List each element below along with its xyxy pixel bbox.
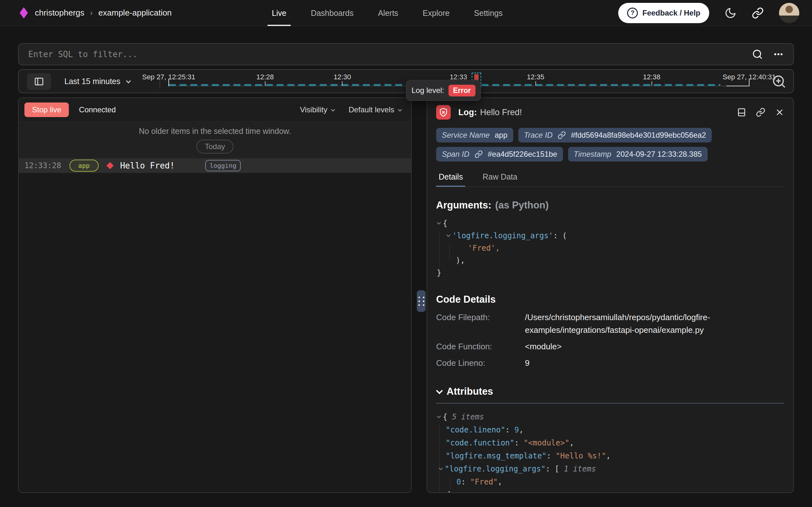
code-token: ), bbox=[456, 256, 465, 265]
code-filepath-row: Code Filepath: /Users/christophersamiull… bbox=[436, 311, 785, 336]
json-token: "logfire.logging_args" bbox=[445, 464, 546, 473]
arguments-heading-label: Arguments: bbox=[436, 200, 491, 211]
sql-filter-input[interactable] bbox=[28, 50, 752, 59]
error-level-badge: Error bbox=[448, 85, 475, 97]
error-diamond-icon bbox=[106, 162, 114, 169]
item-count bbox=[559, 464, 564, 473]
timeline-tick bbox=[536, 81, 536, 86]
json-token: "Fred" bbox=[470, 477, 498, 486]
attributes-heading: Attributes bbox=[447, 386, 493, 397]
scope-badge[interactable]: logging bbox=[205, 160, 241, 171]
chevron-down-icon bbox=[436, 387, 443, 394]
collapse-chevron-icon[interactable] bbox=[437, 414, 441, 418]
badge-value: #fdd5694a8fa98eb4e301d99ebc056ea2 bbox=[571, 131, 706, 139]
timeline-zoom-button[interactable] bbox=[772, 74, 786, 89]
today-button[interactable]: Today bbox=[196, 139, 233, 154]
code-line: } bbox=[436, 267, 785, 279]
log-row-selected[interactable]: 12:33:28 app Hello Fred! logging bbox=[19, 158, 411, 173]
code-details-heading: Code Details bbox=[436, 294, 785, 305]
panel-resize-handle[interactable] bbox=[417, 290, 426, 312]
copy-link-button[interactable] bbox=[756, 108, 765, 117]
close-panel-button[interactable] bbox=[775, 108, 785, 117]
row-label: Code Filepath: bbox=[436, 311, 525, 336]
stop-live-button[interactable]: Stop live bbox=[24, 103, 69, 117]
zoom-in-icon bbox=[772, 74, 786, 89]
json-token: 0 bbox=[456, 477, 461, 486]
code-function-row: Code Function: <module> bbox=[436, 340, 785, 353]
code-lineno-row: Code Lineno: 9 bbox=[436, 357, 785, 369]
nav-tab-alerts[interactable]: Alerts bbox=[374, 0, 403, 26]
detail-title: Log:Hello Fred! bbox=[458, 108, 522, 117]
timeline-tick bbox=[342, 81, 342, 86]
json-token: , bbox=[519, 426, 523, 434]
indent-guide bbox=[449, 244, 450, 260]
json-token: { bbox=[443, 412, 447, 421]
chevron-down-icon bbox=[398, 107, 402, 111]
sidebar-toggle-icon bbox=[34, 76, 44, 87]
more-options-button[interactable] bbox=[773, 49, 784, 60]
json-token: , bbox=[498, 477, 502, 486]
detail-title-label: Log: bbox=[458, 108, 477, 117]
json-token: , bbox=[569, 439, 574, 447]
json-token: : bbox=[547, 451, 556, 460]
code-token: 'Fred', bbox=[468, 244, 500, 252]
collapse-chevron-icon[interactable] bbox=[446, 233, 450, 237]
attributes-heading-row[interactable]: Attributes bbox=[436, 386, 785, 397]
indent-guide bbox=[439, 231, 440, 268]
nav-tab-settings[interactable]: Settings bbox=[470, 0, 507, 26]
row-label: Code Lineno: bbox=[436, 357, 525, 369]
badge-value: 2024-09-27 12:33:28.385 bbox=[616, 150, 702, 159]
json-line: "code.function": "<module>", bbox=[436, 437, 785, 450]
search-button[interactable] bbox=[752, 49, 763, 60]
chevron-down-icon bbox=[331, 107, 335, 111]
code-line: ), bbox=[436, 255, 785, 267]
grip-dots-icon bbox=[418, 297, 424, 306]
code-token: { bbox=[443, 219, 447, 228]
row-value: /Users/christophersamiullah/repos/pydant… bbox=[525, 311, 741, 336]
default-levels-dropdown[interactable]: Default levels bbox=[349, 105, 401, 114]
tab-details[interactable]: Details bbox=[436, 170, 465, 186]
badge-value: app bbox=[495, 131, 507, 139]
link-icon bbox=[558, 131, 566, 139]
badge-label: Span ID bbox=[442, 150, 470, 159]
log-detail-panel: Log:Hello Fred! Service Name app Tra bbox=[427, 97, 794, 493]
share-link-button[interactable] bbox=[752, 7, 764, 19]
visibility-dropdown[interactable]: Visibility bbox=[300, 105, 334, 114]
error-shield-icon bbox=[436, 105, 451, 120]
user-avatar[interactable] bbox=[779, 3, 799, 23]
timeline-tick bbox=[651, 81, 652, 86]
log-level-tooltip: Log level: Error bbox=[406, 80, 481, 101]
sidebar-toggle-button[interactable] bbox=[27, 73, 51, 90]
nav-tab-live[interactable]: Live bbox=[267, 0, 291, 26]
service-badge[interactable]: app bbox=[69, 160, 99, 172]
timeline-tick-label: 12:28 bbox=[256, 73, 274, 81]
ellipsis-icon bbox=[773, 49, 784, 60]
timeline-start-mark bbox=[169, 79, 169, 86]
search-icon bbox=[752, 49, 763, 60]
close-icon bbox=[775, 108, 785, 117]
panel-layout-button[interactable] bbox=[737, 108, 746, 117]
tab-raw-data[interactable]: Raw Data bbox=[480, 170, 520, 186]
timeline-tick bbox=[265, 81, 265, 86]
nav-tab-explore[interactable]: Explore bbox=[418, 0, 454, 26]
live-header-controls: Visibility Default levels bbox=[300, 105, 401, 114]
timeline-end-mark bbox=[749, 79, 750, 86]
feedback-help-button[interactable]: ? Feedback / Help bbox=[618, 3, 709, 23]
code-line: 'logfire.logging_args': ( bbox=[436, 230, 785, 242]
span-id-badge[interactable]: Span ID #ea4d5f226ec151be bbox=[436, 147, 563, 162]
logfire-logo-icon[interactable] bbox=[20, 7, 28, 19]
time-range-dropdown[interactable]: Last 15 minutes bbox=[59, 70, 135, 93]
dark-mode-toggle[interactable] bbox=[725, 7, 737, 19]
json-token: 9 bbox=[514, 426, 519, 434]
breadcrumb: christophergs › example-application bbox=[35, 8, 172, 18]
nav-tab-dashboards[interactable]: Dashboards bbox=[306, 0, 358, 26]
empty-state-message: No older items in the selected time wind… bbox=[139, 127, 291, 136]
breadcrumb-org[interactable]: christophergs bbox=[35, 8, 84, 18]
breadcrumb-separator: › bbox=[90, 9, 92, 17]
row-value: <module> bbox=[525, 340, 562, 353]
badge-label: Service Name bbox=[442, 131, 490, 139]
breadcrumb-project[interactable]: example-application bbox=[98, 8, 172, 18]
collapse-chevron-icon[interactable] bbox=[437, 221, 441, 225]
trace-id-badge[interactable]: Trace ID #fdd5694a8fa98eb4e301d99ebc056e… bbox=[518, 128, 712, 143]
json-token: "Hello %s!" bbox=[556, 451, 606, 460]
